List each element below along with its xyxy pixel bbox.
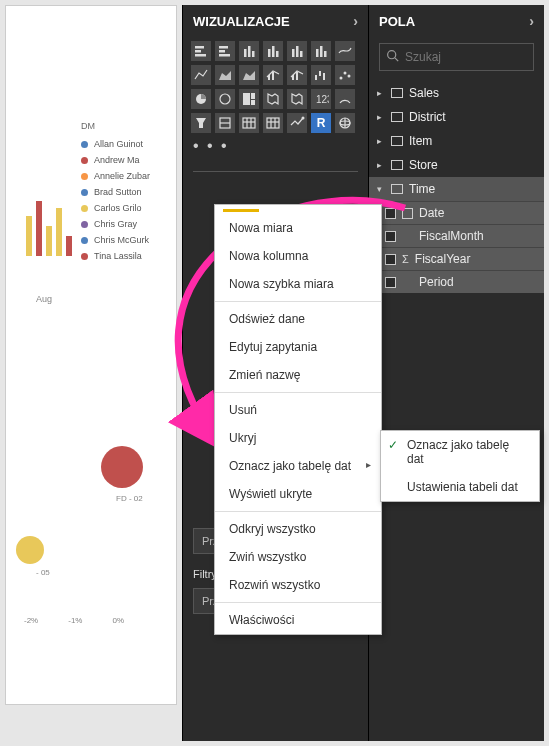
viz-table-icon[interactable] — [239, 113, 259, 133]
ctx-nowa-miara[interactable]: Nowa miara — [215, 214, 381, 242]
legend-item: Andrew Ma — [81, 155, 150, 165]
table-label: Time — [409, 182, 435, 196]
ctx-odśwież-dane[interactable]: Odśwież dane — [215, 305, 381, 333]
viz-pie-icon[interactable] — [191, 89, 211, 109]
legend-item: Brad Sutton — [81, 187, 150, 197]
viz-bar-clustered-icon[interactable] — [215, 41, 235, 61]
viz-funnel-icon[interactable] — [191, 113, 211, 133]
visualizations-header[interactable]: WIZUALIZACJE › — [183, 5, 368, 37]
ctx-item-label: Nowa miara — [229, 221, 293, 235]
viz-column-line-icon[interactable] — [311, 41, 331, 61]
viz-treemap-icon[interactable] — [239, 89, 259, 109]
table-district[interactable]: ▸ District — [369, 105, 544, 129]
viz-area-icon[interactable] — [215, 65, 235, 85]
ctx-item-label: Właściwości — [229, 613, 294, 627]
svg-rect-15 — [316, 49, 319, 57]
ctx-edytuj-zapytania[interactable]: Edytuj zapytania — [215, 333, 381, 361]
chevron-right-icon: › — [353, 13, 358, 29]
viz-card-icon[interactable]: 123 — [311, 89, 331, 109]
svg-rect-30 — [243, 93, 250, 105]
ctx-item-label: Wyświetl ukryte — [229, 487, 312, 501]
svg-rect-7 — [248, 46, 251, 57]
table-sales[interactable]: ▸ Sales — [369, 81, 544, 105]
viz-map-icon[interactable] — [263, 89, 283, 109]
svg-text:123: 123 — [316, 94, 329, 105]
sigma-icon: Σ — [402, 253, 409, 265]
viz-bar-stacked-icon[interactable] — [191, 41, 211, 61]
field-period[interactable]: Period — [369, 270, 544, 293]
viz-scatter-icon[interactable] — [335, 65, 355, 85]
ctx-usuń[interactable]: Usuń — [215, 396, 381, 424]
fields-header[interactable]: POLA › — [369, 5, 544, 37]
viz-column-100-icon[interactable] — [287, 41, 307, 61]
legend-title: DM — [81, 121, 150, 131]
viz-gauge-icon[interactable] — [335, 89, 355, 109]
caret-icon: ▾ — [377, 184, 385, 194]
search-input[interactable] — [405, 50, 527, 64]
caret-icon: ▸ — [377, 88, 385, 98]
fields-search[interactable] — [379, 43, 534, 71]
tables-list: ▸ Sales▸ District▸ Item▸ Store▾ TimeDate… — [369, 81, 544, 293]
table-store[interactable]: ▸ Store — [369, 153, 544, 177]
ctx-ukryj[interactable]: Ukryj — [215, 424, 381, 452]
viz-filled-map-icon[interactable] — [287, 89, 307, 109]
legend-item: Chris McGurk — [81, 235, 150, 245]
svg-point-25 — [340, 77, 343, 80]
ctx-item-label: Odkryj wszystko — [229, 522, 316, 536]
viz-ribbon-icon[interactable] — [335, 41, 355, 61]
ctx-nowa-kolumna[interactable]: Nowa kolumna — [215, 242, 381, 270]
svg-rect-14 — [300, 51, 303, 57]
ctx-zmień-nazwę[interactable]: Zmień nazwę — [215, 361, 381, 389]
ctx-oznacz-jako-tabelę-dat[interactable]: Oznacz jako tabelę dat▸ — [215, 452, 381, 480]
svg-rect-9 — [268, 49, 271, 57]
mark-as-date-table-item[interactable]: ✓ Oznacz jako tabelę dat — [381, 431, 539, 473]
field-fiscalmonth[interactable]: FiscalMonth — [369, 224, 544, 247]
svg-rect-23 — [319, 71, 321, 76]
viz-column-stacked-icon[interactable] — [239, 41, 259, 61]
svg-rect-21 — [296, 72, 298, 80]
field-label: Period — [419, 275, 454, 289]
ctx-item-label: Odśwież dane — [229, 312, 305, 326]
ctx-rozwiń-wszystko[interactable]: Rozwiń wszystko — [215, 571, 381, 599]
checkbox[interactable] — [385, 208, 396, 219]
legend-item: Tina Lassila — [81, 251, 150, 261]
svg-rect-31 — [251, 93, 255, 99]
viz-matrix-icon[interactable] — [263, 113, 283, 133]
field-date[interactable]: Date — [369, 201, 544, 224]
ctx-item-label: Zmień nazwę — [229, 368, 300, 382]
viz-kpi-icon[interactable] — [287, 113, 307, 133]
ctx-wyświetl-ukryte[interactable]: Wyświetl ukryte — [215, 480, 381, 508]
viz-slicer-icon[interactable] — [215, 113, 235, 133]
ctx-item-label: Ukryj — [229, 431, 256, 445]
field-fiscalyear[interactable]: ΣFiscalYear — [369, 247, 544, 270]
ctx-nowa-szybka-miara[interactable]: Nowa szybka miara — [215, 270, 381, 298]
ctx-właściwości[interactable]: Właściwości — [215, 606, 381, 634]
check-icon: ✓ — [388, 438, 398, 452]
viz-waterfall-icon[interactable] — [311, 65, 331, 85]
table-item[interactable]: ▸ Item — [369, 129, 544, 153]
svg-rect-13 — [296, 46, 299, 57]
table-icon — [391, 136, 403, 146]
viz-globe-icon[interactable] — [335, 113, 355, 133]
date-table-submenu: ✓ Oznacz jako tabelę dat Ustawienia tabe… — [380, 430, 540, 502]
viz-donut-icon[interactable] — [215, 89, 235, 109]
viz-r-visual-icon[interactable]: R — [311, 113, 331, 133]
checkbox[interactable] — [385, 277, 396, 288]
viz-column-clustered-icon[interactable] — [263, 41, 283, 61]
svg-rect-6 — [244, 49, 247, 57]
checkbox[interactable] — [385, 254, 396, 265]
chevron-right-icon: › — [529, 13, 534, 29]
ctx-zwiń-wszystko[interactable]: Zwiń wszystko — [215, 543, 381, 571]
checkbox[interactable] — [385, 231, 396, 242]
legend-item: Annelie Zubar — [81, 171, 150, 181]
svg-rect-5 — [219, 54, 230, 57]
viz-area-stacked-icon[interactable] — [239, 65, 259, 85]
date-table-settings-item[interactable]: Ustawienia tabeli dat — [381, 473, 539, 501]
viz-combo2-icon[interactable] — [287, 65, 307, 85]
table-time[interactable]: ▾ Time — [369, 177, 544, 201]
more-visuals-icon[interactable]: • • • — [183, 133, 368, 161]
viz-combo-icon[interactable] — [263, 65, 283, 85]
ctx-odkryj-wszystko[interactable]: Odkryj wszystko — [215, 515, 381, 543]
viz-line-icon[interactable] — [191, 65, 211, 85]
table-label: Store — [409, 158, 438, 172]
